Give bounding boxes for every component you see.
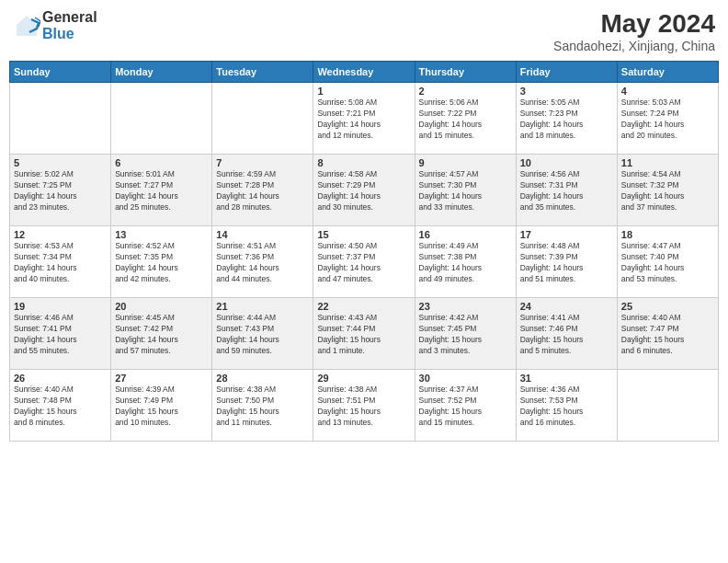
header-cell-monday: Monday (111, 62, 212, 83)
week-row-5: 26Sunrise: 4:40 AM Sunset: 7:48 PM Dayli… (10, 370, 719, 442)
day-number: 3 (520, 86, 613, 97)
day-number: 2 (419, 86, 512, 97)
calendar-table: SundayMondayTuesdayWednesdayThursdayFrid… (9, 61, 719, 442)
day-number: 15 (317, 229, 410, 240)
day-info: Sunrise: 5:08 AM Sunset: 7:21 PM Dayligh… (317, 98, 410, 142)
day-number: 29 (317, 373, 410, 384)
day-number: 30 (419, 373, 512, 384)
day-cell (111, 83, 212, 155)
day-cell (212, 83, 313, 155)
day-info: Sunrise: 4:46 AM Sunset: 7:41 PM Dayligh… (14, 313, 107, 357)
day-info: Sunrise: 4:48 AM Sunset: 7:39 PM Dayligh… (520, 241, 613, 285)
day-number: 4 (621, 86, 714, 97)
day-info: Sunrise: 4:38 AM Sunset: 7:50 PM Dayligh… (216, 385, 309, 429)
day-number: 24 (520, 301, 613, 312)
day-number: 20 (115, 301, 208, 312)
day-number: 17 (520, 229, 613, 240)
logo-blue-text: Blue (42, 26, 97, 42)
day-info: Sunrise: 5:01 AM Sunset: 7:27 PM Dayligh… (115, 169, 208, 213)
day-cell: 21Sunrise: 4:44 AM Sunset: 7:43 PM Dayli… (212, 298, 313, 370)
day-cell: 28Sunrise: 4:38 AM Sunset: 7:50 PM Dayli… (212, 370, 313, 442)
day-cell: 4Sunrise: 5:03 AM Sunset: 7:24 PM Daylig… (617, 83, 718, 155)
day-cell: 23Sunrise: 4:42 AM Sunset: 7:45 PM Dayli… (415, 298, 516, 370)
day-info: Sunrise: 4:53 AM Sunset: 7:34 PM Dayligh… (14, 241, 107, 285)
day-info: Sunrise: 4:58 AM Sunset: 7:29 PM Dayligh… (317, 169, 410, 213)
day-info: Sunrise: 4:51 AM Sunset: 7:36 PM Dayligh… (216, 241, 309, 285)
day-info: Sunrise: 4:45 AM Sunset: 7:42 PM Dayligh… (115, 313, 208, 357)
day-cell: 17Sunrise: 4:48 AM Sunset: 7:39 PM Dayli… (516, 226, 617, 298)
day-cell: 31Sunrise: 4:36 AM Sunset: 7:53 PM Dayli… (516, 370, 617, 442)
header-cell-tuesday: Tuesday (212, 62, 313, 83)
header-cell-wednesday: Wednesday (313, 62, 415, 83)
day-number: 1 (317, 86, 410, 97)
day-info: Sunrise: 4:52 AM Sunset: 7:35 PM Dayligh… (115, 241, 208, 285)
day-cell (10, 83, 111, 155)
day-info: Sunrise: 5:03 AM Sunset: 7:24 PM Dayligh… (621, 98, 714, 142)
day-info: Sunrise: 4:42 AM Sunset: 7:45 PM Dayligh… (419, 313, 512, 357)
header-cell-friday: Friday (516, 62, 617, 83)
day-info: Sunrise: 4:44 AM Sunset: 7:43 PM Dayligh… (216, 313, 309, 357)
day-cell: 27Sunrise: 4:39 AM Sunset: 7:49 PM Dayli… (111, 370, 212, 442)
header-cell-thursday: Thursday (415, 62, 516, 83)
subtitle: Sandaohezi, Xinjiang, China (553, 39, 715, 53)
day-cell: 29Sunrise: 4:38 AM Sunset: 7:51 PM Dayli… (313, 370, 415, 442)
day-cell: 18Sunrise: 4:47 AM Sunset: 7:40 PM Dayli… (617, 226, 718, 298)
day-cell: 11Sunrise: 4:54 AM Sunset: 7:32 PM Dayli… (617, 155, 718, 226)
day-number: 22 (317, 301, 410, 312)
day-cell: 2Sunrise: 5:06 AM Sunset: 7:22 PM Daylig… (415, 83, 516, 155)
logo: General Blue (13, 9, 97, 41)
day-number: 11 (621, 157, 714, 168)
day-info: Sunrise: 4:36 AM Sunset: 7:53 PM Dayligh… (520, 385, 613, 429)
day-number: 9 (419, 157, 512, 168)
page: General Blue May 2024 Sandaohezi, Xinjia… (0, 0, 728, 563)
header-cell-sunday: Sunday (10, 62, 111, 83)
day-info: Sunrise: 4:56 AM Sunset: 7:31 PM Dayligh… (520, 169, 613, 213)
day-number: 18 (621, 229, 714, 240)
day-number: 12 (14, 229, 107, 240)
day-cell: 15Sunrise: 4:50 AM Sunset: 7:37 PM Dayli… (313, 226, 415, 298)
day-number: 6 (115, 157, 208, 168)
day-number: 8 (317, 157, 410, 168)
day-cell: 13Sunrise: 4:52 AM Sunset: 7:35 PM Dayli… (111, 226, 212, 298)
logo-icon (13, 12, 40, 40)
day-cell: 20Sunrise: 4:45 AM Sunset: 7:42 PM Dayli… (111, 298, 212, 370)
day-cell: 1Sunrise: 5:08 AM Sunset: 7:21 PM Daylig… (313, 83, 415, 155)
day-cell: 25Sunrise: 4:40 AM Sunset: 7:47 PM Dayli… (617, 298, 718, 370)
day-info: Sunrise: 4:37 AM Sunset: 7:52 PM Dayligh… (419, 385, 512, 429)
day-number: 27 (115, 373, 208, 384)
day-info: Sunrise: 4:54 AM Sunset: 7:32 PM Dayligh… (621, 169, 714, 213)
day-info: Sunrise: 4:57 AM Sunset: 7:30 PM Dayligh… (419, 169, 512, 213)
day-cell (617, 370, 718, 442)
day-cell: 22Sunrise: 4:43 AM Sunset: 7:44 PM Dayli… (313, 298, 415, 370)
day-cell: 3Sunrise: 5:05 AM Sunset: 7:23 PM Daylig… (516, 83, 617, 155)
day-info: Sunrise: 4:40 AM Sunset: 7:48 PM Dayligh… (14, 385, 107, 429)
day-cell: 19Sunrise: 4:46 AM Sunset: 7:41 PM Dayli… (10, 298, 111, 370)
day-number: 10 (520, 157, 613, 168)
day-cell: 30Sunrise: 4:37 AM Sunset: 7:52 PM Dayli… (415, 370, 516, 442)
day-cell: 10Sunrise: 4:56 AM Sunset: 7:31 PM Dayli… (516, 155, 617, 226)
day-number: 5 (14, 157, 107, 168)
day-info: Sunrise: 4:47 AM Sunset: 7:40 PM Dayligh… (621, 241, 714, 285)
day-number: 14 (216, 229, 309, 240)
week-row-2: 5Sunrise: 5:02 AM Sunset: 7:25 PM Daylig… (10, 155, 719, 226)
day-cell: 8Sunrise: 4:58 AM Sunset: 7:29 PM Daylig… (313, 155, 415, 226)
day-info: Sunrise: 4:39 AM Sunset: 7:49 PM Dayligh… (115, 385, 208, 429)
day-info: Sunrise: 5:02 AM Sunset: 7:25 PM Dayligh… (14, 169, 107, 213)
day-info: Sunrise: 4:41 AM Sunset: 7:46 PM Dayligh… (520, 313, 613, 357)
day-number: 25 (621, 301, 714, 312)
day-info: Sunrise: 4:38 AM Sunset: 7:51 PM Dayligh… (317, 385, 410, 429)
day-cell: 26Sunrise: 4:40 AM Sunset: 7:48 PM Dayli… (10, 370, 111, 442)
day-info: Sunrise: 4:50 AM Sunset: 7:37 PM Dayligh… (317, 241, 410, 285)
day-cell: 6Sunrise: 5:01 AM Sunset: 7:27 PM Daylig… (111, 155, 212, 226)
logo-text: General Blue (42, 9, 97, 41)
day-info: Sunrise: 4:49 AM Sunset: 7:38 PM Dayligh… (419, 241, 512, 285)
day-cell: 24Sunrise: 4:41 AM Sunset: 7:46 PM Dayli… (516, 298, 617, 370)
day-cell: 14Sunrise: 4:51 AM Sunset: 7:36 PM Dayli… (212, 226, 313, 298)
day-info: Sunrise: 4:40 AM Sunset: 7:47 PM Dayligh… (621, 313, 714, 357)
day-cell: 5Sunrise: 5:02 AM Sunset: 7:25 PM Daylig… (10, 155, 111, 226)
week-row-4: 19Sunrise: 4:46 AM Sunset: 7:41 PM Dayli… (10, 298, 719, 370)
day-number: 7 (216, 157, 309, 168)
day-number: 19 (14, 301, 107, 312)
header-cell-saturday: Saturday (617, 62, 718, 83)
week-row-1: 1Sunrise: 5:08 AM Sunset: 7:21 PM Daylig… (10, 83, 719, 155)
